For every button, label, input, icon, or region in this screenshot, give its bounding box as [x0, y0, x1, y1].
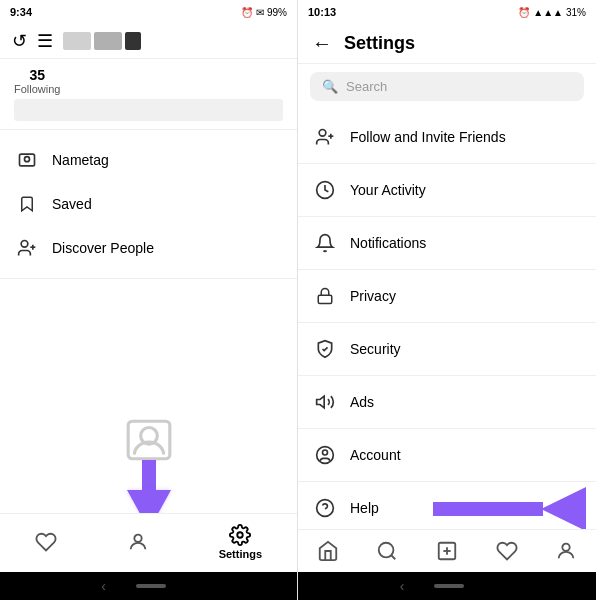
- follow-icon: [314, 126, 336, 148]
- svg-point-22: [379, 543, 394, 558]
- profile-section: 35 Following: [0, 59, 297, 130]
- settings-item-security[interactable]: Security: [298, 325, 596, 373]
- menu-icon-left[interactable]: ☰: [37, 30, 53, 52]
- discover-people-icon: [16, 237, 38, 259]
- security-label: Security: [350, 341, 401, 357]
- alarm-icon: ⏰: [241, 7, 253, 18]
- discover-label: Discover People: [52, 240, 154, 256]
- ads-label: Ads: [350, 394, 374, 410]
- nav-heart-left[interactable]: [35, 531, 57, 553]
- settings-item-privacy[interactable]: Privacy: [298, 272, 596, 320]
- svg-point-1: [25, 157, 30, 162]
- battery-left: 99%: [267, 7, 287, 18]
- avatar-strip: [63, 32, 141, 50]
- search-bar[interactable]: 🔍 Search: [310, 72, 584, 101]
- nametag-icon: [16, 149, 38, 171]
- menu-item-nametag[interactable]: Nametag: [0, 138, 297, 182]
- person-circle-icon: [314, 444, 336, 466]
- signal-icon: ▲▲▲: [533, 7, 563, 18]
- follow-label: Follow and Invite Friends: [350, 129, 506, 145]
- following-count: 35: [29, 67, 45, 83]
- bottom-nav-left: Settings: [0, 513, 297, 570]
- search-icon: 🔍: [322, 79, 338, 94]
- svg-point-2: [21, 241, 28, 248]
- activity-label: Your Activity: [350, 182, 426, 198]
- svg-point-16: [323, 450, 328, 455]
- back-button[interactable]: ←: [312, 32, 332, 55]
- notifications-label: Notifications: [350, 235, 426, 251]
- lock-icon: [314, 285, 336, 307]
- right-panel: 10:13 ⏰ ▲▲▲ 31% ← Settings 🔍 Search: [298, 0, 596, 600]
- settings-item-activity[interactable]: Your Activity: [298, 166, 596, 214]
- activity-icon: [314, 179, 336, 201]
- status-bar-right: 10:13 ⏰ ▲▲▲ 31%: [298, 0, 596, 24]
- status-icons-right: ⏰ ▲▲▲ 31%: [518, 7, 586, 18]
- bottom-nav-right: [298, 529, 596, 572]
- left-top-bar: ↺ ☰: [0, 24, 297, 59]
- phone-nav-left: ‹: [0, 572, 297, 600]
- nav-profile-right[interactable]: [555, 540, 577, 562]
- back-icon-left[interactable]: ↺: [12, 30, 27, 52]
- svg-marker-14: [317, 396, 325, 408]
- nametag-label: Nametag: [52, 152, 109, 168]
- privacy-label: Privacy: [350, 288, 396, 304]
- settings-item-ads[interactable]: Ads: [298, 378, 596, 426]
- svg-line-23: [392, 555, 396, 559]
- menu-item-saved[interactable]: Saved: [0, 182, 297, 226]
- settings-item-notifications[interactable]: Notifications: [298, 219, 596, 267]
- arrow-down-stem: [142, 460, 156, 490]
- menu-item-discover[interactable]: Discover People: [0, 226, 297, 270]
- avatar-3: [125, 32, 141, 50]
- status-bar-left: 9:34 ⏰ ✉ 99%: [0, 0, 297, 24]
- search-placeholder: Search: [346, 79, 387, 94]
- bookmark-icon: [16, 193, 38, 215]
- nav-heart-right[interactable]: [496, 540, 518, 562]
- settings-list: Follow and Invite Friends Your Activity: [298, 109, 596, 529]
- settings-nav-label: Settings: [219, 548, 262, 560]
- status-icons-left: ⏰ ✉ 99%: [241, 7, 287, 18]
- menu-list: Nametag Saved Discover People: [0, 130, 297, 278]
- nav-profile-left[interactable]: [127, 531, 149, 553]
- settings-header: ← Settings: [298, 24, 596, 64]
- settings-item-follow[interactable]: Follow and Invite Friends: [298, 113, 596, 161]
- left-panel: 9:34 ⏰ ✉ 99% ↺ ☰ 35 Following: [0, 0, 298, 600]
- svg-point-27: [563, 544, 570, 551]
- settings-title: Settings: [344, 33, 415, 54]
- profile-name-bar: [14, 99, 283, 121]
- svg-point-9: [319, 130, 326, 137]
- shield-icon: [314, 338, 336, 360]
- nav-home-right[interactable]: [317, 540, 339, 562]
- svg-point-8: [238, 532, 244, 538]
- avatar-2: [94, 32, 122, 50]
- time-right: 10:13: [308, 6, 336, 18]
- settings-item-help[interactable]: Help: [298, 484, 596, 529]
- following-label: Following: [14, 83, 60, 95]
- phone-nav-right: ‹: [298, 572, 596, 600]
- svg-point-7: [134, 535, 141, 542]
- svg-rect-13: [318, 295, 332, 303]
- battery-right: 31%: [566, 7, 586, 18]
- stat-following: 35 Following: [14, 67, 60, 95]
- megaphone-icon: [314, 391, 336, 413]
- time-left: 9:34: [10, 6, 32, 18]
- question-icon: [314, 497, 336, 519]
- nav-settings-left[interactable]: Settings: [219, 524, 262, 560]
- nav-search-right[interactable]: [376, 540, 398, 562]
- settings-item-account[interactable]: Account: [298, 431, 596, 479]
- profile-avatar-icon: [124, 415, 174, 465]
- account-label: Account: [350, 447, 401, 463]
- help-label: Help: [350, 500, 379, 516]
- profile-stats: 35 Following: [14, 67, 283, 95]
- nav-plus-right[interactable]: [436, 540, 458, 562]
- avatar-1: [63, 32, 91, 50]
- bell-icon: [314, 232, 336, 254]
- alarm-icon-right: ⏰: [518, 7, 530, 18]
- message-icon: ✉: [256, 7, 264, 18]
- saved-label: Saved: [52, 196, 92, 212]
